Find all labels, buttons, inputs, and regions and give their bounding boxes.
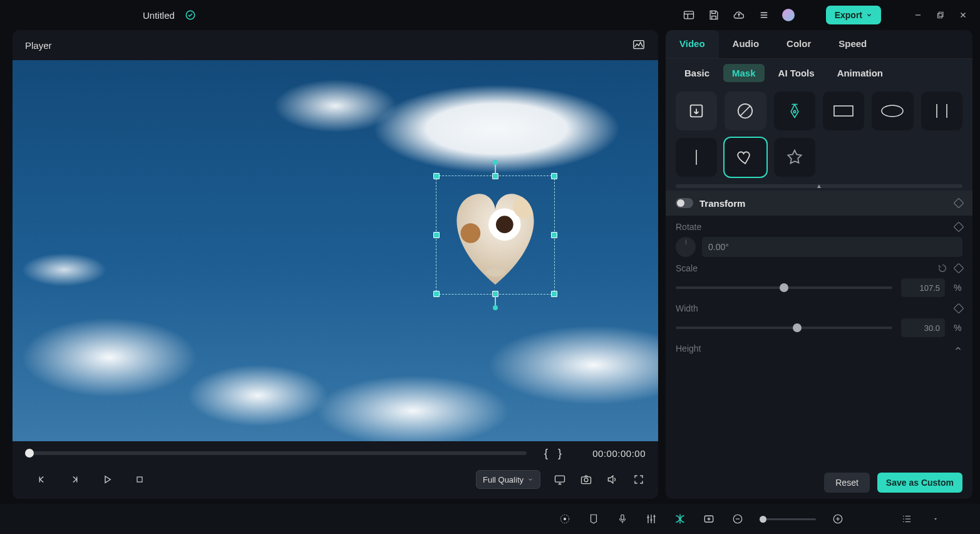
zoom-in-icon[interactable] (831, 512, 845, 526)
mark-out-icon[interactable]: } (558, 447, 562, 460)
mask-none-icon[interactable] (725, 92, 766, 130)
mark-in-icon[interactable]: { (544, 447, 548, 460)
width-field[interactable]: 30.0 (901, 318, 945, 337)
bottom-toolbar (0, 504, 980, 534)
masked-clip[interactable] (436, 176, 554, 294)
window-minimize-icon[interactable] (912, 9, 924, 21)
svg-point-9 (513, 196, 536, 219)
save-as-custom-button[interactable]: Save as Custom (877, 473, 962, 493)
width-slider[interactable] (676, 327, 892, 329)
tab-color[interactable]: Color (773, 30, 825, 58)
tab-ai-tools[interactable]: AI Tools (770, 64, 823, 82)
resize-handle[interactable] (433, 232, 440, 238)
reset-scale-icon[interactable] (937, 263, 947, 273)
timecode: 00:00:00:00 (577, 448, 646, 459)
tab-speed[interactable]: Speed (825, 30, 880, 58)
panel-divider[interactable]: ▲ (666, 182, 972, 191)
avatar[interactable] (782, 9, 795, 21)
resize-handle[interactable] (433, 173, 440, 179)
track-view-icon[interactable] (900, 512, 914, 526)
marker-icon[interactable] (587, 512, 601, 526)
quality-label: Full Quality (483, 475, 524, 484)
tab-animation[interactable]: Animation (828, 64, 892, 82)
keyframe-icon[interactable] (954, 198, 964, 209)
mask-rectangle-icon[interactable] (823, 92, 864, 130)
tab-audio[interactable]: Audio (719, 30, 773, 58)
resize-handle[interactable] (433, 291, 440, 297)
display-icon[interactable] (553, 473, 567, 486)
transform-label: Transform (699, 198, 745, 209)
stop-icon[interactable] (133, 473, 147, 486)
preview-viewport[interactable] (13, 60, 658, 441)
crop-icon[interactable] (702, 512, 716, 526)
titlebar: Untitled Export (0, 0, 980, 30)
scale-slider[interactable] (676, 286, 892, 289)
player-timeline: { } 00:00:00:00 (13, 441, 658, 465)
inspector-footer: Reset Save as Custom (666, 466, 972, 493)
anchor-handle[interactable] (493, 305, 498, 310)
quality-dropdown[interactable]: Full Quality (476, 470, 540, 489)
resize-handle[interactable] (551, 291, 557, 297)
mask-single-line-icon[interactable] (676, 138, 717, 177)
mask-shape-grid-row2 (666, 130, 972, 182)
fullscreen-icon[interactable] (632, 473, 646, 486)
window-close-icon[interactable] (957, 9, 969, 21)
export-button[interactable]: Export (826, 6, 881, 24)
svg-point-17 (793, 110, 796, 113)
tab-video[interactable]: Video (666, 30, 719, 58)
window-maximize-icon[interactable] (935, 9, 946, 21)
layout-icon[interactable] (682, 8, 696, 22)
scopes-icon[interactable] (632, 38, 646, 52)
volume-icon[interactable] (606, 473, 619, 486)
save-icon[interactable] (707, 8, 721, 22)
mask-import-icon[interactable] (676, 92, 717, 130)
chevron-down-icon[interactable] (929, 512, 942, 526)
play-icon[interactable] (100, 473, 114, 486)
mask-ellipse-icon[interactable] (872, 92, 913, 130)
selection-box[interactable] (436, 175, 555, 295)
mask-star-icon[interactable] (774, 138, 815, 177)
mask-pen-icon[interactable] (774, 92, 815, 130)
width-label: Width (676, 303, 698, 313)
rotate-dial[interactable] (676, 237, 696, 257)
reset-button[interactable]: Reset (824, 473, 870, 493)
mic-icon[interactable] (616, 512, 629, 526)
prop-scale: Scale 107.5 % (666, 257, 972, 297)
keyframe-icon[interactable] (954, 222, 964, 233)
svg-rect-3 (937, 14, 942, 18)
keyframe-icon[interactable] (954, 303, 964, 314)
zoom-slider[interactable] (760, 518, 816, 520)
keyframe-icon[interactable] (954, 263, 964, 274)
resize-handle[interactable] (492, 173, 498, 179)
player-header: Player (13, 30, 658, 60)
transform-toggle[interactable] (676, 198, 693, 208)
rotate-field[interactable]: 0.00° (702, 237, 962, 257)
resize-handle[interactable] (551, 173, 557, 179)
zoom-out-icon[interactable] (731, 512, 745, 526)
tab-mask[interactable]: Mask (723, 64, 765, 82)
rotate-handle[interactable] (493, 160, 498, 165)
scrub-slider[interactable] (25, 451, 527, 455)
menu-icon[interactable] (757, 8, 771, 22)
next-frame-icon[interactable] (68, 473, 81, 486)
snapshot-icon[interactable] (579, 473, 593, 486)
mask-heart-icon[interactable] (725, 138, 766, 177)
prev-frame-icon[interactable] (35, 473, 49, 486)
resize-handle[interactable] (551, 232, 557, 238)
render-icon[interactable] (558, 512, 572, 526)
audio-mixer-icon[interactable] (644, 512, 658, 526)
svg-rect-4 (634, 41, 644, 49)
split-icon[interactable] (673, 512, 687, 526)
mask-parallel-lines-icon[interactable] (921, 92, 962, 130)
scale-field[interactable]: 107.5 (901, 278, 945, 297)
collapse-icon[interactable] (954, 344, 962, 353)
cloud-icon[interactable] (732, 8, 746, 22)
pct-label: % (954, 283, 962, 293)
svg-rect-1 (684, 11, 693, 19)
svg-rect-11 (137, 477, 142, 482)
svg-point-8 (461, 223, 481, 243)
svg-rect-18 (834, 106, 853, 116)
tab-basic[interactable]: Basic (676, 64, 718, 82)
inspector-panel: Video Audio Color Speed Basic Mask AI To… (666, 30, 972, 499)
svg-rect-22 (621, 515, 624, 520)
